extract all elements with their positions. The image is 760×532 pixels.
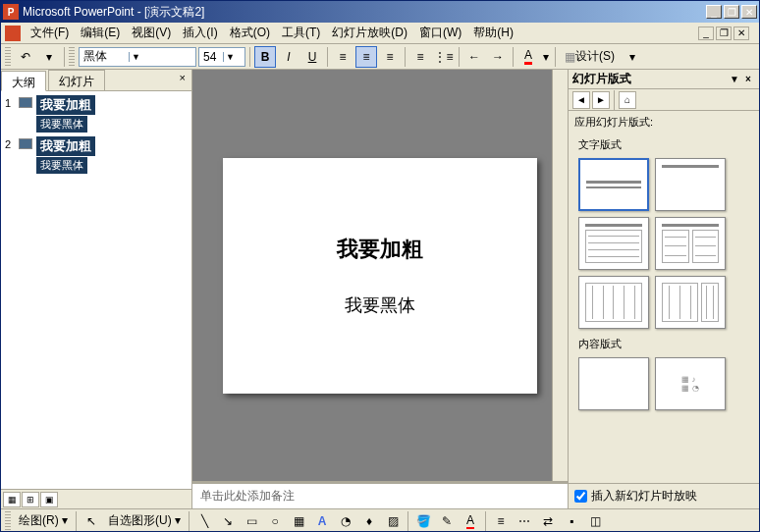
menu-view[interactable]: 视图(V) <box>126 23 177 43</box>
textbox-tool[interactable]: ▦ <box>288 510 309 532</box>
toolbar-grip[interactable] <box>5 511 11 531</box>
outline-subtitle[interactable]: 我要黑体 <box>36 116 87 133</box>
minimize-button[interactable]: _ <box>706 5 722 19</box>
doc-close[interactable]: ✕ <box>733 27 749 40</box>
slideshow-view-button[interactable]: ▣ <box>40 492 58 507</box>
autoshapes-menu[interactable]: 自选图形(U) ▾ <box>104 512 185 529</box>
checkbox-label: 插入新幻灯片时放映 <box>591 488 697 505</box>
clipart-tool[interactable]: ♦ <box>358 510 380 532</box>
outline-slide-2[interactable]: 2 我要加粗 我要黑体 <box>5 136 188 174</box>
layout-title-slide[interactable] <box>578 158 649 211</box>
slide-subtitle-text[interactable]: 我要黑体 <box>345 293 415 317</box>
picture-tool[interactable]: ▨ <box>382 510 404 532</box>
font-color-dropdown[interactable]: ▾ <box>541 46 551 68</box>
menu-format[interactable]: 格式(O) <box>224 23 276 43</box>
italic-button[interactable]: I <box>278 46 299 68</box>
tab-outline[interactable]: 大纲 <box>1 71 46 91</box>
doc-minimize[interactable]: _ <box>698 27 714 40</box>
pane-footer: 插入新幻灯片时放映 <box>569 483 759 508</box>
rectangle-tool[interactable]: ▭ <box>241 510 262 532</box>
outline-title[interactable]: 我要加粗 <box>36 95 95 115</box>
menu-edit[interactable]: 编辑(E) <box>75 23 126 43</box>
line-color-button[interactable]: ✎ <box>436 510 458 532</box>
oval-tool[interactable]: ○ <box>264 510 286 532</box>
notes-area[interactable]: 单击此处添加备注 <box>192 481 568 508</box>
3d-button[interactable]: ◫ <box>584 510 606 532</box>
nav-back-button[interactable]: ◄ <box>572 91 590 109</box>
layout-vertical-title[interactable] <box>655 276 726 329</box>
close-button[interactable]: ✕ <box>741 5 757 19</box>
decrease-indent-button[interactable]: ← <box>463 46 485 68</box>
fill-color-button[interactable]: 🪣 <box>412 510 434 532</box>
normal-view-button[interactable]: ▦ <box>3 492 21 507</box>
align-center-button[interactable]: ≡ <box>355 46 377 68</box>
design-button[interactable]: ▦ 设计(S) <box>560 46 620 68</box>
outline-slide-1[interactable]: 1 我要加粗 我要黑体 <box>5 95 188 133</box>
show-on-insert-checkbox[interactable] <box>574 490 587 503</box>
layout-title-only[interactable] <box>655 158 726 211</box>
menu-help[interactable]: 帮助(H) <box>467 23 519 43</box>
diagram-tool[interactable]: ◔ <box>335 510 356 532</box>
arrow-icon[interactable]: ↶ <box>15 46 36 68</box>
layout-blank[interactable] <box>578 357 649 410</box>
layout-content[interactable]: ▦ ♪▦ ◔ <box>655 357 726 410</box>
restore-button[interactable]: ❐ <box>724 5 739 19</box>
toolbar-overflow[interactable]: ▾ <box>622 46 643 68</box>
doc-restore[interactable]: ❐ <box>716 27 732 40</box>
sorter-view-button[interactable]: ⊞ <box>22 492 39 507</box>
line-style-button[interactable]: ≡ <box>490 510 512 532</box>
tab-slides[interactable]: 幻灯片 <box>48 70 105 90</box>
help-search[interactable]: _ ❐ ✕ <box>688 25 755 42</box>
layout-vertical-text[interactable] <box>578 276 649 329</box>
align-right-button[interactable]: ≡ <box>379 46 401 68</box>
align-left-button[interactable]: ≡ <box>332 46 353 68</box>
bold-button[interactable]: B <box>254 46 276 68</box>
menubar: 文件(F) 编辑(E) 视图(V) 插入(I) 格式(O) 工具(T) 幻灯片放… <box>1 23 759 44</box>
layout-title-content[interactable] <box>578 217 649 270</box>
font-name: 黑体 <box>80 48 129 65</box>
font-size-selector[interactable]: 54 ▼ <box>198 47 245 67</box>
layout-list[interactable]: 文字版式 <box>569 133 759 483</box>
bullet-list-button[interactable]: ⋮≡ <box>433 46 455 68</box>
menu-slideshow[interactable]: 幻灯片放映(D) <box>326 23 413 43</box>
pane-dropdown-button[interactable]: ▼ <box>728 74 741 84</box>
font-color-button[interactable]: A <box>517 46 539 68</box>
menu-file[interactable]: 文件(F) <box>25 23 75 43</box>
slide-area[interactable]: 我要加粗 我要黑体 <box>192 70 568 481</box>
pane-header: 幻灯片版式 ▼ × <box>569 70 759 89</box>
font-color-button-2[interactable]: A <box>460 510 481 532</box>
slide-title-text[interactable]: 我要加粗 <box>337 235 423 264</box>
dash-style-button[interactable]: ⋯ <box>514 510 535 532</box>
arrow-tool[interactable]: ↘ <box>217 510 239 532</box>
pane-close-button[interactable]: × <box>741 74 755 84</box>
nav-home-button[interactable]: ⌂ <box>619 91 636 109</box>
line-tool[interactable]: ╲ <box>193 510 215 532</box>
increase-indent-button[interactable]: → <box>487 46 509 68</box>
wordart-tool[interactable]: A <box>311 510 333 532</box>
toolbar-grip-2[interactable] <box>69 47 75 67</box>
outline-content[interactable]: 1 我要加粗 我要黑体 2 我要加粗 我要黑体 <box>1 91 191 489</box>
chevron-down-icon[interactable]: ▼ <box>223 52 237 62</box>
font-selector[interactable]: 黑体 ▼ <box>79 47 196 67</box>
menu-tools[interactable]: 工具(T) <box>276 23 326 43</box>
numbered-list-button[interactable]: ≡ <box>409 46 431 68</box>
outline-title[interactable]: 我要加粗 <box>36 136 95 156</box>
draw-menu[interactable]: 绘图(R) ▾ <box>15 512 72 529</box>
menu-window[interactable]: 窗口(W) <box>413 23 467 43</box>
toolbar-grip[interactable] <box>5 47 11 67</box>
menu-insert[interactable]: 插入(I) <box>177 23 223 43</box>
shadow-button[interactable]: ▪ <box>561 510 582 532</box>
panel-close-button[interactable]: × <box>174 70 191 90</box>
layout-two-content[interactable] <box>655 217 726 270</box>
chevron-down-icon[interactable]: ▼ <box>129 52 142 62</box>
slide-canvas[interactable]: 我要加粗 我要黑体 <box>223 158 537 394</box>
font-size: 54 <box>199 50 223 64</box>
titlebar: P Microsoft PowerPoint - [演示文稿2] _ ❐ ✕ <box>1 1 759 23</box>
vertical-scrollbar[interactable] <box>552 70 568 481</box>
nav-forward-button[interactable]: ► <box>592 91 610 109</box>
outline-subtitle[interactable]: 我要黑体 <box>36 157 87 174</box>
arrow-style-button[interactable]: ⇄ <box>537 510 559 532</box>
select-objects-button[interactable]: ↖ <box>81 510 102 532</box>
dropdown-icon[interactable]: ▾ <box>38 46 60 68</box>
underline-button[interactable]: U <box>301 46 323 68</box>
